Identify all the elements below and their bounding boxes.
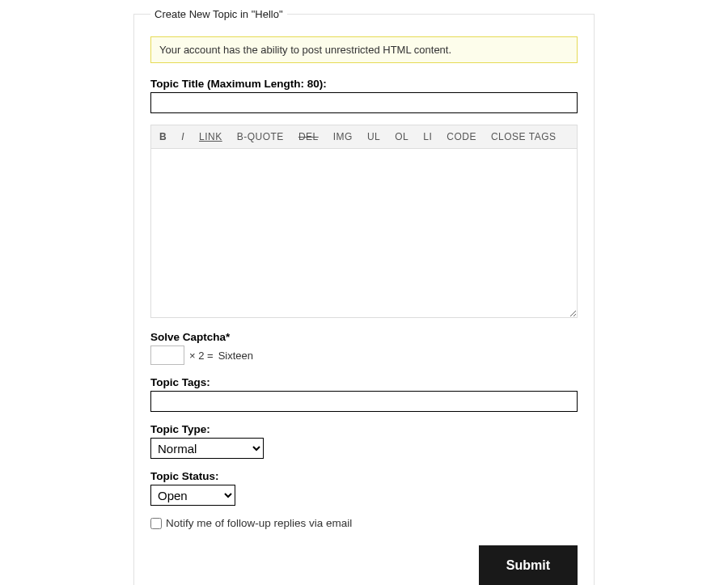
- fieldset-legend: Create New Topic in "Hello": [150, 8, 287, 20]
- topic-status-label: Topic Status:: [150, 470, 578, 482]
- toolbar-li-button[interactable]: LI: [423, 131, 432, 142]
- captcha-expression-prefix: × 2 =: [189, 350, 214, 362]
- topic-type-select[interactable]: Normal: [150, 438, 264, 459]
- toolbar-ol-button[interactable]: OL: [395, 131, 408, 142]
- topic-tags-input[interactable]: [150, 391, 578, 412]
- topic-type-label: Topic Type:: [150, 423, 578, 435]
- captcha-input[interactable]: [150, 345, 184, 365]
- topic-title-input[interactable]: [150, 92, 578, 113]
- notify-checkbox[interactable]: [150, 518, 162, 529]
- captcha-label: Solve Captcha*: [150, 331, 578, 343]
- create-topic-fieldset: Create New Topic in "Hello" Your account…: [133, 8, 595, 585]
- submit-button[interactable]: Submit: [479, 545, 578, 585]
- topic-tags-label: Topic Tags:: [150, 376, 578, 388]
- notify-label: Notify me of follow-up replies via email: [166, 517, 352, 529]
- captcha-expression-answer: Sixteen: [218, 350, 253, 362]
- editor-toolbar: B I LINK B-QUOTE DEL IMG UL OL LI CODE C…: [150, 125, 578, 148]
- toolbar-del-button[interactable]: DEL: [298, 131, 319, 142]
- toolbar-bold-button[interactable]: B: [159, 131, 167, 142]
- toolbar-img-button[interactable]: IMG: [333, 131, 353, 142]
- topic-title-label: Topic Title (Maximum Length: 80):: [150, 78, 578, 90]
- toolbar-ul-button[interactable]: UL: [367, 131, 380, 142]
- html-notice: Your account has the ability to post unr…: [150, 36, 578, 63]
- toolbar-bquote-button[interactable]: B-QUOTE: [237, 131, 284, 142]
- toolbar-italic-button[interactable]: I: [181, 131, 184, 142]
- toolbar-close-tags-button[interactable]: CLOSE TAGS: [491, 131, 557, 142]
- toolbar-code-button[interactable]: CODE: [447, 131, 476, 142]
- toolbar-link-button[interactable]: LINK: [199, 131, 222, 142]
- topic-status-select[interactable]: Open: [150, 485, 235, 506]
- topic-content-editor[interactable]: [150, 148, 578, 318]
